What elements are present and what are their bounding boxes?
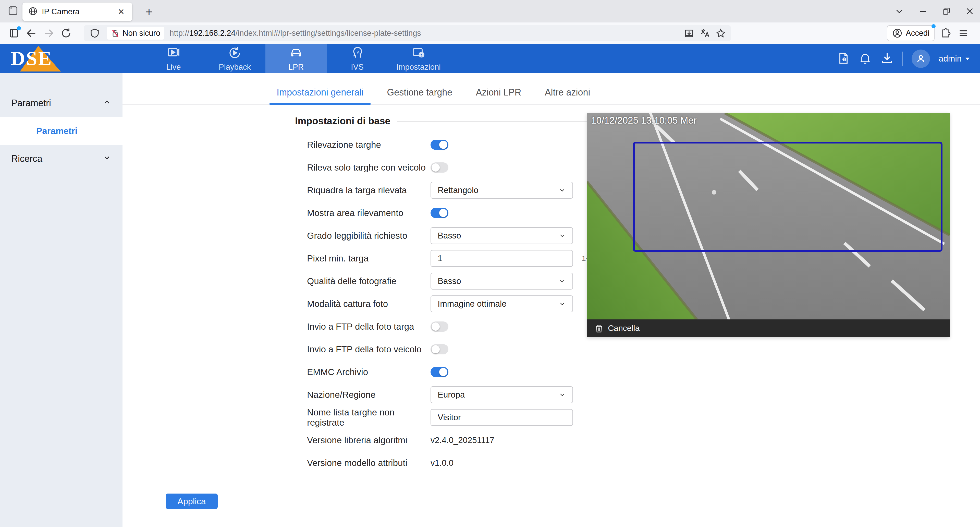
input-pixel-min-targa[interactable] [431,250,573,267]
back-button-icon[interactable] [24,26,39,41]
select-riquadra-targa[interactable]: Rettangolo [431,182,573,199]
header-right: ? admin [837,44,971,73]
tab-azioni-lpr[interactable]: Azioni LPR [472,87,525,104]
algorithm-library-version: v2.4.0_20251117 [431,435,494,445]
playback-icon [228,46,242,60]
form-row: EMMC Archivio [307,360,980,383]
form-row: Invio a FTP della foto veicolo [307,338,980,360]
window-controls [894,0,975,22]
tab-list-chevron-icon[interactable] [894,6,905,17]
sidebar-item-label: Parametri [36,126,77,136]
svg-text:AI: AI [357,50,361,55]
form-row: Nome lista targhe non registrate [307,406,980,429]
nav-label: Playback [219,62,251,72]
dse-logo: DSE [8,44,72,73]
sidebar-group-ricerca[interactable]: Ricerca [0,145,123,173]
menu-hamburger-icon[interactable] [956,26,971,41]
caret-down-icon [964,56,971,62]
toggle-rileva-solo-veicolo[interactable] [431,162,449,173]
toggle-ftp-foto-targa[interactable] [431,322,449,332]
form-row: Nazione/Regione Europa [307,383,980,406]
broken-lock-icon [111,29,120,38]
bottom-divider [143,484,960,484]
save-page-icon[interactable] [682,26,696,41]
nav-item-playback[interactable]: Playback [204,44,266,73]
form-row: Versione modello attributi v1.0.0 [307,451,980,474]
nav-item-lpr[interactable]: LPR [266,44,327,73]
header-divider [902,52,903,66]
tab-close-icon[interactable]: ✕ [116,6,127,17]
section-title: Impostazioni di base [295,116,390,127]
user-avatar[interactable] [912,49,930,68]
svg-text:?: ? [843,57,845,61]
window-restore-icon[interactable] [941,6,952,17]
car-icon [289,46,303,60]
nav-item-ivs[interactable]: AI IVS [327,44,388,73]
apply-button[interactable]: Applica [165,494,218,509]
screen: IP Camera ✕ + [0,0,980,527]
tab-altre-azioni[interactable]: Altre azioni [541,87,593,104]
sidebar-toggle-icon[interactable] [6,26,21,41]
forward-button-icon[interactable] [41,26,56,41]
main-nav: Live Playback LPR AI IVS Impostazioni [143,44,449,73]
select-modalita-cattura[interactable]: Immagine ottimale [431,295,573,312]
extensions-icon[interactable] [939,26,953,41]
page-body: Parametri Parametri Ricerca Impostazioni… [0,73,980,527]
preview-toolbar: Cancella [587,319,950,337]
chevron-down-icon [103,153,111,164]
shield-icon[interactable] [87,26,102,41]
nav-item-impostazioni[interactable]: Impostazioni [388,44,449,73]
bookmark-star-icon[interactable] [714,26,727,41]
toggle-mostra-area[interactable] [431,208,449,218]
firefox-signin-button[interactable]: Accedi [887,25,935,41]
new-tab-button[interactable]: + [142,5,156,19]
reload-button-icon[interactable] [59,26,73,41]
form-row: Versione libreria algoritmi v2.4.0_20251… [307,429,980,451]
browser-tab[interactable]: IP Camera ✕ [22,3,132,21]
logo-text: DSE [11,47,52,70]
security-badge[interactable]: Non sicuro [107,27,164,40]
select-chevron-icon [558,277,566,285]
chevron-up-icon [103,98,111,109]
select-grado-leggibilita[interactable]: Basso [431,227,573,244]
window-close-icon[interactable] [964,6,975,17]
trash-icon[interactable] [594,323,604,333]
url-bar[interactable]: Non sicuro http://192.168.2.24/index.htm… [84,25,731,41]
tab-gestione-targhe[interactable]: Gestione targhe [383,87,456,104]
tab-impostazioni-generali[interactable]: Impostazioni generali [273,87,367,104]
guide-document-icon[interactable]: ? [837,52,850,66]
detection-area-box[interactable] [633,142,942,252]
select-chevron-icon [558,391,566,398]
signin-notification-dot [932,24,935,28]
clear-area-button[interactable]: Cancella [608,323,640,333]
sidebar-group-label: Parametri [11,98,51,108]
live-monitor-icon [166,46,181,60]
sidebar: Parametri Parametri Ricerca [0,73,123,527]
toggle-rilevazione-targhe[interactable] [431,140,449,150]
user-menu[interactable]: admin [939,54,971,64]
translate-icon[interactable] [698,26,711,41]
signin-label: Accedi [906,29,929,38]
url-text: http://192.168.2.24/index.html#/lpr-sett… [169,29,682,38]
select-chevron-icon [558,232,566,239]
nav-label: IVS [351,62,364,72]
ai-head-icon: AI [350,46,364,60]
browser-toolbar: Non sicuro http://192.168.2.24/index.htm… [0,22,980,44]
sidebar-group-parametri[interactable]: Parametri [0,89,123,117]
nav-label: Impostazioni [396,62,441,72]
select-nazione-regione[interactable]: Europa [431,386,573,403]
firefox-view-icon[interactable] [7,5,19,18]
input-nome-lista-targhe[interactable] [431,409,573,426]
notifications-bell-icon[interactable] [859,52,872,66]
sidebar-item-parametri[interactable]: Parametri [0,117,123,145]
select-qualita-fotografie[interactable]: Basso [431,273,573,290]
security-label: Non sicuro [123,29,160,38]
select-chevron-icon [558,300,566,307]
toggle-ftp-foto-veicolo[interactable] [431,344,449,354]
nav-item-live[interactable]: Live [143,44,204,73]
toggle-emmc-archivio[interactable] [431,367,449,377]
username: admin [939,54,962,64]
camera-scene[interactable]: 10/12/2025 13:10:05 Mer [587,113,950,319]
download-icon[interactable] [880,52,894,66]
window-minimize-icon[interactable] [917,6,928,17]
